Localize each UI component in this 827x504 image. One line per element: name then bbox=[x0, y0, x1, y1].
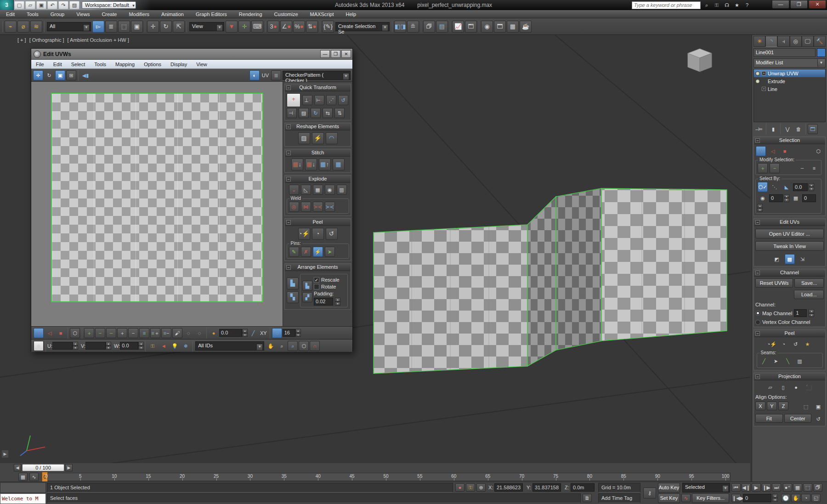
box-map-icon[interactable]: ⬛ bbox=[804, 382, 814, 392]
zoom-extents-icon[interactable]: ⬡ bbox=[299, 341, 309, 351]
rectangular-selection-region-icon[interactable]: ⬚ bbox=[118, 21, 130, 33]
unpin-vertex-icon[interactable]: ✗ bbox=[301, 247, 311, 257]
zoom-region-icon[interactable]: ⌕ bbox=[288, 341, 298, 351]
tab-hierarchy[interactable]: ⫞ bbox=[777, 36, 789, 47]
uv-options-icon[interactable]: ≣ bbox=[271, 70, 281, 80]
uv-select-loop-icon[interactable]: ┄ bbox=[106, 328, 116, 338]
weld-selected-icon[interactable]: ⋈ bbox=[301, 202, 311, 212]
help-icon[interactable]: ? bbox=[743, 1, 751, 9]
set-key-filters-curve-icon[interactable]: ∿ bbox=[681, 494, 691, 502]
time-slider[interactable]: 0 / 100 bbox=[22, 464, 64, 471]
expand-icon[interactable]: + bbox=[762, 87, 766, 91]
remove-modifier-icon[interactable]: 🗑 bbox=[793, 124, 804, 134]
material-id-filter-dropdown[interactable]: All IDs bbox=[195, 341, 264, 351]
tweak-in-view-button[interactable]: Tweak In View bbox=[755, 241, 824, 251]
scene-object-line001[interactable] bbox=[374, 188, 727, 374]
uv-grid-snap-icon[interactable]: ◌ bbox=[272, 328, 282, 338]
uv-menu-display[interactable]: Display bbox=[166, 62, 192, 67]
x-coordinate-field[interactable]: 21.588623 bbox=[494, 483, 523, 492]
align-horizontal-icon[interactable]: ⊥· bbox=[302, 95, 312, 105]
rotate-cw-icon[interactable]: ↻ bbox=[311, 108, 321, 118]
w-field[interactable]: 0.0 bbox=[120, 342, 138, 350]
menu-edit[interactable]: Edit bbox=[0, 11, 21, 17]
uv-menu-select[interactable]: Select bbox=[67, 62, 90, 67]
rescale-checkbox[interactable]: ✓ bbox=[314, 277, 319, 283]
grid-size-spinner[interactable]: ▴▾ bbox=[295, 329, 301, 337]
select-by-smoothgroup-icon[interactable]: ▦ bbox=[791, 193, 801, 203]
reset-uvws-button[interactable]: Reset UVWs bbox=[755, 278, 793, 288]
uv-menu-view[interactable]: View bbox=[192, 62, 212, 67]
padding-spinner[interactable]: ▴▾ bbox=[335, 298, 340, 306]
show-end-result-icon[interactable]: ▮ bbox=[768, 124, 778, 134]
w-spinner[interactable]: ▴▾ bbox=[138, 342, 144, 350]
stitch-custom-icon[interactable]: ▦↓ bbox=[291, 159, 303, 170]
pack-normalize-icon[interactable]: ▙ bbox=[287, 277, 299, 289]
point-to-point-seam-icon[interactable]: ➤ bbox=[771, 356, 781, 366]
add-time-tag[interactable]: Add Time Tag bbox=[598, 493, 640, 503]
menu-maxscript[interactable]: MAXScript bbox=[304, 11, 340, 17]
unlink-selection-icon[interactable]: ⌀ bbox=[17, 21, 29, 33]
uv-select-ring-icon[interactable]: ≡ bbox=[139, 328, 149, 338]
current-frame-field[interactable]: 0 bbox=[743, 494, 771, 502]
select-and-move-icon[interactable]: ✛ bbox=[147, 21, 159, 33]
maxscript-mini-listener[interactable]: Welcome to M bbox=[0, 493, 46, 504]
uv-menu-edit[interactable]: Edit bbox=[49, 62, 67, 67]
expand-to-seams-icon[interactable]: ▥ bbox=[795, 356, 805, 366]
space-vertical-icon[interactable]: ⇅ bbox=[334, 108, 345, 118]
spinner-snap-icon[interactable]: ⇅● bbox=[306, 21, 318, 33]
window-crossing-icon[interactable]: ▣ bbox=[131, 21, 143, 33]
favorites-icon[interactable]: ★ bbox=[733, 1, 741, 9]
selection-filter-dropdown[interactable]: All bbox=[47, 22, 91, 31]
break-icon[interactable]: ◺ bbox=[301, 185, 311, 195]
linear-align-icon[interactable]: ⋰ bbox=[326, 95, 336, 105]
stitch-to-source-icon[interactable]: ▦↑ bbox=[319, 159, 331, 170]
snap-magnet-icon[interactable]: ∩ bbox=[310, 341, 320, 351]
snaps-toggle-icon[interactable]: 3● bbox=[267, 21, 279, 33]
matid-field[interactable]: 0 bbox=[769, 194, 783, 202]
peel-mode-icon[interactable]: ◔ bbox=[312, 228, 324, 240]
cp-polygon-mode-icon[interactable]: ■ bbox=[780, 146, 790, 156]
key-mode-toggle-icon[interactable]: ❙◀▶❙ bbox=[731, 494, 741, 502]
soft-selection-falloff-field[interactable]: 0.0 bbox=[219, 329, 242, 337]
stitch-to-target-icon[interactable]: ▦↓ bbox=[305, 159, 317, 170]
stack-item-unwrap-uvw[interactable]: + Unwrap UVW bbox=[754, 69, 825, 77]
close-button[interactable]: ✕ bbox=[809, 0, 826, 9]
select-and-scale-icon[interactable]: ⇱ bbox=[173, 21, 185, 33]
reset-peel-icon[interactable]: ↺ bbox=[326, 228, 338, 240]
cp-select-ring-icon[interactable]: ≡ bbox=[809, 163, 819, 173]
modifier-enable-icon[interactable] bbox=[755, 71, 760, 76]
lock-selection-icon[interactable]: ⚿ bbox=[147, 341, 158, 351]
rendered-frame-window-icon[interactable]: ▦ bbox=[507, 21, 519, 33]
smoothgroup-spinner[interactable]: ▴▾ bbox=[757, 204, 763, 212]
uv-move-icon[interactable]: ✛ bbox=[33, 70, 43, 80]
u-field[interactable] bbox=[52, 342, 73, 350]
uv-mirror-icon[interactable]: ◀▮ bbox=[80, 70, 91, 80]
select-by-matid-icon[interactable]: ◉ bbox=[758, 193, 768, 203]
straighten-selection-icon[interactable]: ▨ bbox=[298, 132, 310, 144]
uv-rotate-icon[interactable]: ↻ bbox=[44, 70, 54, 80]
align-vertical-icon[interactable]: ⊢· bbox=[314, 95, 324, 105]
falloff-space-label[interactable]: XY bbox=[260, 330, 267, 336]
pick-texture-icon[interactable]: ◄ bbox=[159, 341, 169, 351]
uv-absolute-typein-icon[interactable]: + bbox=[287, 93, 300, 107]
ignore-backfacing-icon[interactable]: ⬡✓ bbox=[758, 182, 768, 192]
save-uvs-button[interactable]: Save... bbox=[794, 278, 824, 288]
material-editor-icon[interactable]: ◉ bbox=[481, 21, 493, 33]
edit-uvws-titlebar[interactable]: Edit UVWs — ❐ ✕ bbox=[31, 49, 352, 60]
align-to-edge-icon[interactable]: ⊣· bbox=[287, 108, 297, 118]
search-icon[interactable]: ⌕ bbox=[702, 1, 711, 9]
freeform-gizmo-icon[interactable]: ▨ bbox=[299, 108, 309, 118]
uv-shrink-selection-icon[interactable]: − bbox=[95, 328, 105, 338]
grid-size-field[interactable]: 16 bbox=[283, 329, 295, 337]
rotate-checkbox[interactable] bbox=[314, 284, 319, 289]
flatten-by-smoothing-icon[interactable]: ▦ bbox=[313, 185, 323, 195]
menu-graph-editors[interactable]: Graph Editors bbox=[190, 11, 233, 17]
absolute-mode-icon[interactable]: ⊕ bbox=[476, 483, 486, 492]
viewport-pov-menu[interactable]: [ Orthographic ] bbox=[29, 37, 64, 43]
modifier-enable-icon[interactable] bbox=[755, 79, 760, 84]
cylindrical-map-icon[interactable]: ▯ bbox=[778, 382, 788, 392]
zoom-icon[interactable]: ⌕ bbox=[277, 341, 287, 351]
cp-grow-selection-icon[interactable]: ＋ bbox=[758, 163, 768, 173]
texture-checker-dropdown[interactable]: CheckerPattern ( Checker ) bbox=[283, 71, 351, 80]
pelt-map-icon[interactable]: ★ bbox=[803, 339, 813, 349]
